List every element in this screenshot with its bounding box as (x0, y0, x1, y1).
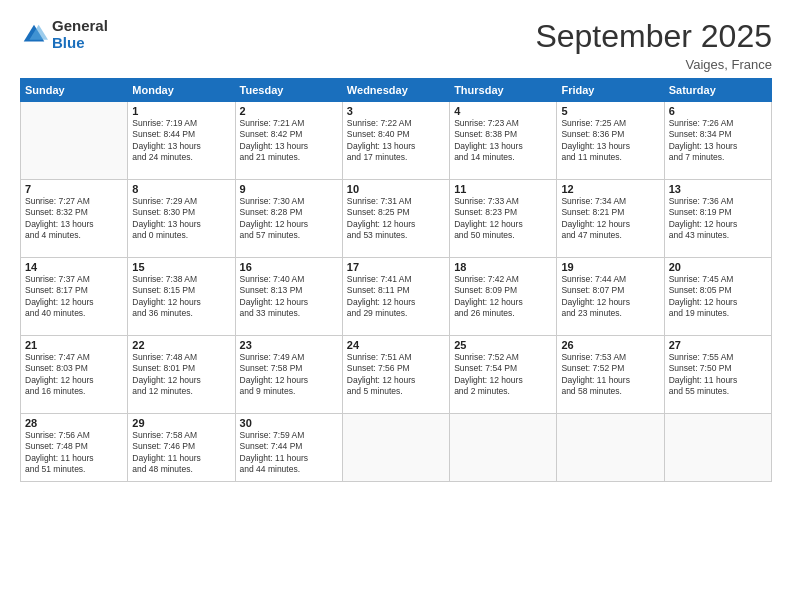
calendar-week-row: 1Sunrise: 7:19 AM Sunset: 8:44 PM Daylig… (21, 102, 772, 180)
day-info: Sunrise: 7:30 AM Sunset: 8:28 PM Dayligh… (240, 196, 338, 242)
day-number: 16 (240, 261, 338, 273)
month-title: September 2025 (535, 18, 772, 55)
day-info: Sunrise: 7:48 AM Sunset: 8:01 PM Dayligh… (132, 352, 230, 398)
day-info: Sunrise: 7:49 AM Sunset: 7:58 PM Dayligh… (240, 352, 338, 398)
day-number: 15 (132, 261, 230, 273)
day-info: Sunrise: 7:26 AM Sunset: 8:34 PM Dayligh… (669, 118, 767, 164)
day-number: 1 (132, 105, 230, 117)
day-info: Sunrise: 7:19 AM Sunset: 8:44 PM Dayligh… (132, 118, 230, 164)
calendar-cell: 19Sunrise: 7:44 AM Sunset: 8:07 PM Dayli… (557, 258, 664, 336)
day-info: Sunrise: 7:36 AM Sunset: 8:19 PM Dayligh… (669, 196, 767, 242)
day-number: 8 (132, 183, 230, 195)
weekday-header-row: SundayMondayTuesdayWednesdayThursdayFrid… (21, 79, 772, 102)
day-info: Sunrise: 7:22 AM Sunset: 8:40 PM Dayligh… (347, 118, 445, 164)
day-number: 28 (25, 417, 123, 429)
calendar-cell: 15Sunrise: 7:38 AM Sunset: 8:15 PM Dayli… (128, 258, 235, 336)
day-number: 7 (25, 183, 123, 195)
day-info: Sunrise: 7:40 AM Sunset: 8:13 PM Dayligh… (240, 274, 338, 320)
calendar-cell: 3Sunrise: 7:22 AM Sunset: 8:40 PM Daylig… (342, 102, 449, 180)
day-info: Sunrise: 7:55 AM Sunset: 7:50 PM Dayligh… (669, 352, 767, 398)
calendar-week-row: 7Sunrise: 7:27 AM Sunset: 8:32 PM Daylig… (21, 180, 772, 258)
calendar-cell: 22Sunrise: 7:48 AM Sunset: 8:01 PM Dayli… (128, 336, 235, 414)
calendar-cell: 29Sunrise: 7:58 AM Sunset: 7:46 PM Dayli… (128, 414, 235, 482)
day-info: Sunrise: 7:56 AM Sunset: 7:48 PM Dayligh… (25, 430, 123, 476)
calendar-cell: 10Sunrise: 7:31 AM Sunset: 8:25 PM Dayli… (342, 180, 449, 258)
calendar-cell (342, 414, 449, 482)
day-number: 6 (669, 105, 767, 117)
day-number: 9 (240, 183, 338, 195)
day-info: Sunrise: 7:51 AM Sunset: 7:56 PM Dayligh… (347, 352, 445, 398)
calendar-cell: 12Sunrise: 7:34 AM Sunset: 8:21 PM Dayli… (557, 180, 664, 258)
calendar-table: SundayMondayTuesdayWednesdayThursdayFrid… (20, 78, 772, 482)
header: General Blue September 2025 Vaiges, Fran… (20, 18, 772, 72)
day-number: 10 (347, 183, 445, 195)
day-info: Sunrise: 7:59 AM Sunset: 7:44 PM Dayligh… (240, 430, 338, 476)
day-info: Sunrise: 7:41 AM Sunset: 8:11 PM Dayligh… (347, 274, 445, 320)
calendar-cell (664, 414, 771, 482)
calendar-cell: 13Sunrise: 7:36 AM Sunset: 8:19 PM Dayli… (664, 180, 771, 258)
calendar-cell: 1Sunrise: 7:19 AM Sunset: 8:44 PM Daylig… (128, 102, 235, 180)
day-info: Sunrise: 7:27 AM Sunset: 8:32 PM Dayligh… (25, 196, 123, 242)
weekday-header: Saturday (664, 79, 771, 102)
day-number: 29 (132, 417, 230, 429)
calendar-cell: 5Sunrise: 7:25 AM Sunset: 8:36 PM Daylig… (557, 102, 664, 180)
day-info: Sunrise: 7:21 AM Sunset: 8:42 PM Dayligh… (240, 118, 338, 164)
calendar-cell: 2Sunrise: 7:21 AM Sunset: 8:42 PM Daylig… (235, 102, 342, 180)
day-info: Sunrise: 7:53 AM Sunset: 7:52 PM Dayligh… (561, 352, 659, 398)
day-info: Sunrise: 7:44 AM Sunset: 8:07 PM Dayligh… (561, 274, 659, 320)
day-number: 12 (561, 183, 659, 195)
day-number: 18 (454, 261, 552, 273)
day-info: Sunrise: 7:33 AM Sunset: 8:23 PM Dayligh… (454, 196, 552, 242)
calendar-cell: 30Sunrise: 7:59 AM Sunset: 7:44 PM Dayli… (235, 414, 342, 482)
day-number: 21 (25, 339, 123, 351)
calendar-page: General Blue September 2025 Vaiges, Fran… (0, 0, 792, 612)
calendar-cell: 27Sunrise: 7:55 AM Sunset: 7:50 PM Dayli… (664, 336, 771, 414)
day-number: 20 (669, 261, 767, 273)
calendar-cell (21, 102, 128, 180)
day-info: Sunrise: 7:37 AM Sunset: 8:17 PM Dayligh… (25, 274, 123, 320)
calendar-cell: 23Sunrise: 7:49 AM Sunset: 7:58 PM Dayli… (235, 336, 342, 414)
day-number: 11 (454, 183, 552, 195)
day-number: 22 (132, 339, 230, 351)
day-number: 23 (240, 339, 338, 351)
logo-icon (20, 21, 48, 49)
calendar-cell (557, 414, 664, 482)
calendar-cell: 6Sunrise: 7:26 AM Sunset: 8:34 PM Daylig… (664, 102, 771, 180)
day-info: Sunrise: 7:25 AM Sunset: 8:36 PM Dayligh… (561, 118, 659, 164)
weekday-header: Thursday (450, 79, 557, 102)
calendar-cell: 21Sunrise: 7:47 AM Sunset: 8:03 PM Dayli… (21, 336, 128, 414)
calendar-cell: 25Sunrise: 7:52 AM Sunset: 7:54 PM Dayli… (450, 336, 557, 414)
calendar-cell: 24Sunrise: 7:51 AM Sunset: 7:56 PM Dayli… (342, 336, 449, 414)
calendar-week-row: 28Sunrise: 7:56 AM Sunset: 7:48 PM Dayli… (21, 414, 772, 482)
day-info: Sunrise: 7:29 AM Sunset: 8:30 PM Dayligh… (132, 196, 230, 242)
day-info: Sunrise: 7:23 AM Sunset: 8:38 PM Dayligh… (454, 118, 552, 164)
day-number: 25 (454, 339, 552, 351)
day-info: Sunrise: 7:34 AM Sunset: 8:21 PM Dayligh… (561, 196, 659, 242)
day-info: Sunrise: 7:31 AM Sunset: 8:25 PM Dayligh… (347, 196, 445, 242)
calendar-cell: 18Sunrise: 7:42 AM Sunset: 8:09 PM Dayli… (450, 258, 557, 336)
calendar-cell: 16Sunrise: 7:40 AM Sunset: 8:13 PM Dayli… (235, 258, 342, 336)
weekday-header: Monday (128, 79, 235, 102)
logo-blue: Blue (52, 35, 108, 52)
day-info: Sunrise: 7:52 AM Sunset: 7:54 PM Dayligh… (454, 352, 552, 398)
calendar-cell: 11Sunrise: 7:33 AM Sunset: 8:23 PM Dayli… (450, 180, 557, 258)
day-number: 27 (669, 339, 767, 351)
calendar-cell: 7Sunrise: 7:27 AM Sunset: 8:32 PM Daylig… (21, 180, 128, 258)
day-number: 14 (25, 261, 123, 273)
day-number: 3 (347, 105, 445, 117)
day-info: Sunrise: 7:47 AM Sunset: 8:03 PM Dayligh… (25, 352, 123, 398)
day-number: 2 (240, 105, 338, 117)
day-info: Sunrise: 7:42 AM Sunset: 8:09 PM Dayligh… (454, 274, 552, 320)
calendar-cell (450, 414, 557, 482)
day-info: Sunrise: 7:45 AM Sunset: 8:05 PM Dayligh… (669, 274, 767, 320)
calendar-week-row: 14Sunrise: 7:37 AM Sunset: 8:17 PM Dayli… (21, 258, 772, 336)
weekday-header: Tuesday (235, 79, 342, 102)
day-number: 4 (454, 105, 552, 117)
weekday-header: Sunday (21, 79, 128, 102)
weekday-header: Wednesday (342, 79, 449, 102)
logo: General Blue (20, 18, 108, 51)
calendar-cell: 9Sunrise: 7:30 AM Sunset: 8:28 PM Daylig… (235, 180, 342, 258)
day-info: Sunrise: 7:38 AM Sunset: 8:15 PM Dayligh… (132, 274, 230, 320)
calendar-cell: 17Sunrise: 7:41 AM Sunset: 8:11 PM Dayli… (342, 258, 449, 336)
day-info: Sunrise: 7:58 AM Sunset: 7:46 PM Dayligh… (132, 430, 230, 476)
